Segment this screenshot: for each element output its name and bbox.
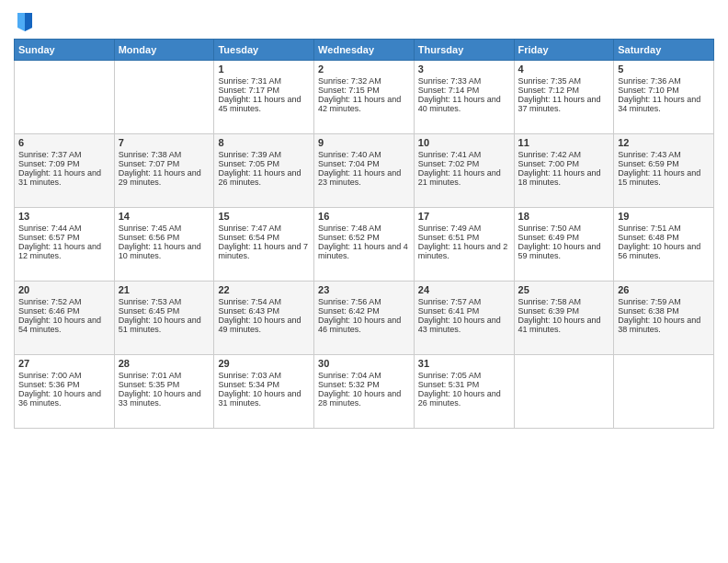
sunset-text: Sunset: 6:51 PM [418, 233, 480, 242]
sunrise-text: Sunrise: 7:54 AM [218, 297, 281, 306]
calendar-cell: 8Sunrise: 7:39 AMSunset: 7:05 PMDaylight… [214, 134, 314, 208]
day-number: 22 [218, 284, 310, 295]
calendar-cell: 20Sunrise: 7:52 AMSunset: 6:46 PMDayligh… [15, 282, 115, 355]
day-number: 1 [218, 63, 310, 75]
calendar-cell: 27Sunrise: 7:00 AMSunset: 5:36 PMDayligh… [15, 355, 115, 429]
day-number: 9 [318, 137, 410, 148]
calendar-header-monday: Monday [114, 40, 214, 61]
calendar-cell: 29Sunrise: 7:03 AMSunset: 5:34 PMDayligh… [214, 355, 314, 429]
sunrise-text: Sunrise: 7:03 AM [218, 371, 281, 380]
calendar-cell: 19Sunrise: 7:51 AMSunset: 6:48 PMDayligh… [614, 208, 714, 282]
day-number: 17 [418, 211, 510, 222]
calendar-cell [514, 355, 614, 429]
calendar-cell [15, 61, 115, 134]
calendar-week-1: 1Sunrise: 7:31 AMSunset: 7:17 PMDaylight… [15, 61, 714, 134]
sunrise-text: Sunrise: 7:48 AM [318, 224, 381, 233]
calendar-cell [614, 355, 714, 429]
calendar-cell: 5Sunrise: 7:36 AMSunset: 7:10 PMDaylight… [614, 61, 714, 134]
calendar-header-row: SundayMondayTuesdayWednesdayThursdayFrid… [15, 40, 714, 61]
calendar-cell: 28Sunrise: 7:01 AMSunset: 5:35 PMDayligh… [114, 355, 214, 429]
sunrise-text: Sunrise: 7:56 AM [318, 297, 381, 306]
sunset-text: Sunset: 6:54 PM [218, 233, 279, 242]
daylight-text: Daylight: 11 hours and 37 minutes. [518, 95, 601, 113]
day-number: 25 [518, 284, 610, 295]
calendar-cell: 2Sunrise: 7:32 AMSunset: 7:15 PMDaylight… [314, 61, 415, 134]
day-number: 19 [618, 211, 710, 222]
calendar-cell: 21Sunrise: 7:53 AMSunset: 6:45 PMDayligh… [114, 282, 214, 355]
daylight-text: Daylight: 11 hours and 23 minutes. [318, 168, 401, 187]
sunrise-text: Sunrise: 7:05 AM [418, 371, 482, 380]
day-number: 18 [518, 211, 610, 222]
calendar-header-friday: Friday [514, 40, 614, 61]
day-number: 10 [418, 137, 510, 148]
sunrise-text: Sunrise: 7:41 AM [418, 150, 482, 159]
day-number: 2 [318, 63, 410, 75]
sunrise-text: Sunrise: 7:44 AM [18, 224, 82, 233]
calendar-container: SundayMondayTuesdayWednesdayThursdayFrid… [0, 0, 728, 438]
sunrise-text: Sunrise: 7:51 AM [618, 224, 681, 233]
day-number: 20 [18, 284, 110, 295]
calendar-cell: 24Sunrise: 7:57 AMSunset: 6:41 PMDayligh… [414, 282, 514, 355]
sunset-text: Sunset: 6:46 PM [18, 306, 80, 316]
calendar-cell: 13Sunrise: 7:44 AMSunset: 6:57 PMDayligh… [15, 208, 115, 282]
sunset-text: Sunset: 5:35 PM [119, 380, 180, 389]
sunset-text: Sunset: 6:41 PM [418, 306, 480, 316]
sunset-text: Sunset: 6:52 PM [318, 233, 380, 242]
calendar-body: 1Sunrise: 7:31 AMSunset: 7:17 PMDaylight… [15, 61, 714, 429]
sunset-text: Sunset: 6:49 PM [518, 233, 580, 242]
sunset-text: Sunset: 5:34 PM [218, 380, 279, 389]
day-number: 29 [218, 358, 310, 369]
daylight-text: Daylight: 11 hours and 21 minutes. [418, 168, 501, 187]
calendar-cell: 9Sunrise: 7:40 AMSunset: 7:04 PMDaylight… [314, 134, 415, 208]
sunset-text: Sunset: 7:07 PM [119, 159, 180, 168]
sunrise-text: Sunrise: 7:31 AM [218, 76, 281, 86]
sunset-text: Sunset: 7:00 PM [518, 159, 580, 168]
sunrise-text: Sunrise: 7:52 AM [18, 297, 82, 306]
sunset-text: Sunset: 7:17 PM [218, 86, 279, 95]
sunset-text: Sunset: 6:43 PM [218, 306, 279, 316]
calendar-week-4: 20Sunrise: 7:52 AMSunset: 6:46 PMDayligh… [15, 282, 714, 355]
sunrise-text: Sunrise: 7:45 AM [119, 224, 182, 233]
day-number: 23 [318, 284, 410, 295]
sunrise-text: Sunrise: 7:40 AM [318, 150, 381, 159]
logo-icon [16, 9, 34, 31]
calendar-cell: 23Sunrise: 7:56 AMSunset: 6:42 PMDayligh… [314, 282, 415, 355]
calendar-header-tuesday: Tuesday [214, 40, 314, 61]
day-number: 14 [119, 211, 210, 222]
sunrise-text: Sunrise: 7:37 AM [18, 150, 82, 159]
sunrise-text: Sunrise: 7:35 AM [518, 76, 582, 86]
day-number: 8 [218, 137, 310, 148]
daylight-text: Daylight: 11 hours and 18 minutes. [518, 168, 601, 187]
sunset-text: Sunset: 7:12 PM [518, 86, 580, 95]
sunrise-text: Sunrise: 7:36 AM [618, 76, 681, 86]
calendar-cell: 25Sunrise: 7:58 AMSunset: 6:39 PMDayligh… [514, 282, 614, 355]
sunrise-text: Sunrise: 7:04 AM [318, 371, 381, 380]
sunrise-text: Sunrise: 7:01 AM [119, 371, 182, 380]
sunrise-text: Sunrise: 7:43 AM [618, 150, 681, 159]
daylight-text: Daylight: 10 hours and 33 minutes. [119, 389, 201, 408]
sunset-text: Sunset: 7:02 PM [418, 159, 480, 168]
daylight-text: Daylight: 10 hours and 54 minutes. [18, 316, 101, 334]
calendar-cell: 11Sunrise: 7:42 AMSunset: 7:00 PMDayligh… [514, 134, 614, 208]
daylight-text: Daylight: 11 hours and 40 minutes. [418, 95, 501, 113]
daylight-text: Daylight: 11 hours and 10 minutes. [119, 242, 201, 260]
daylight-text: Daylight: 11 hours and 26 minutes. [218, 168, 301, 187]
daylight-text: Daylight: 10 hours and 26 minutes. [418, 389, 501, 408]
calendar-cell: 3Sunrise: 7:33 AMSunset: 7:14 PMDaylight… [414, 61, 514, 134]
daylight-text: Daylight: 11 hours and 31 minutes. [18, 168, 101, 187]
daylight-text: Daylight: 11 hours and 12 minutes. [18, 242, 101, 260]
sunrise-text: Sunrise: 7:59 AM [618, 297, 681, 306]
day-number: 3 [418, 63, 510, 75]
daylight-text: Daylight: 10 hours and 31 minutes. [218, 389, 301, 408]
daylight-text: Daylight: 10 hours and 38 minutes. [618, 316, 700, 334]
calendar-cell [114, 61, 214, 134]
sunrise-text: Sunrise: 7:58 AM [518, 297, 582, 306]
sunset-text: Sunset: 5:31 PM [418, 380, 480, 389]
day-number: 12 [618, 137, 710, 148]
calendar-week-5: 27Sunrise: 7:00 AMSunset: 5:36 PMDayligh… [15, 355, 714, 429]
daylight-text: Daylight: 10 hours and 41 minutes. [518, 316, 601, 334]
calendar-cell: 12Sunrise: 7:43 AMSunset: 6:59 PMDayligh… [614, 134, 714, 208]
calendar-cell: 10Sunrise: 7:41 AMSunset: 7:02 PMDayligh… [414, 134, 514, 208]
sunrise-text: Sunrise: 7:50 AM [518, 224, 582, 233]
daylight-text: Daylight: 11 hours and 7 minutes. [218, 242, 308, 260]
